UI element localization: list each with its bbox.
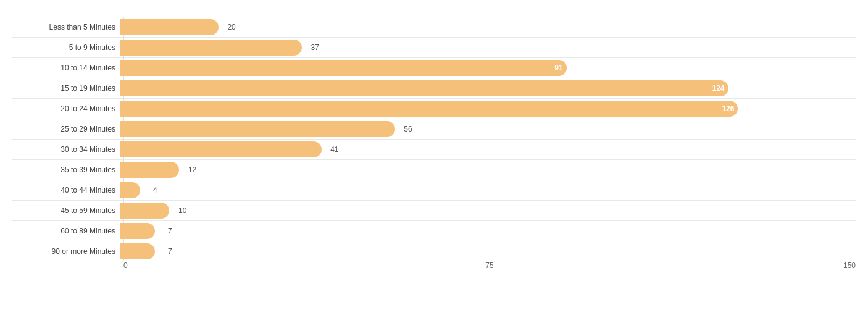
bar: 124 [120,80,728,96]
bar-value: 7 [168,247,172,256]
bar-row: 15 to 19 Minutes124 [12,78,856,99]
bar: 41 [120,141,322,157]
bar: 91 [120,60,567,76]
bar-track: 124 [120,78,856,98]
bar-label: 30 to 34 Minutes [12,145,120,154]
bar-label: 10 to 14 Minutes [12,64,120,72]
bar-value: 124 [712,84,725,93]
bar-value: 37 [311,43,319,52]
bar-label: 45 to 59 Minutes [12,206,120,215]
bar-row: 35 to 39 Minutes12 [12,160,856,180]
bar-track: 7 [120,221,856,241]
bar: 7 [120,223,155,239]
bar-track: 12 [120,160,856,180]
bar-row: 30 to 34 Minutes41 [12,140,856,160]
chart-container: Less than 5 Minutes205 to 9 Minutes3710 … [0,0,868,323]
x-tick: 0 [123,261,128,270]
chart-area: Less than 5 Minutes205 to 9 Minutes3710 … [12,17,856,274]
bar-row: 20 to 24 Minutes126 [12,99,856,119]
bar-row: 40 to 44 Minutes4 [12,180,856,201]
bar: 126 [120,101,738,117]
bar-track: 126 [120,99,856,119]
bar-label: 90 or more Minutes [12,247,120,256]
bar: 10 [120,203,169,219]
bars-section: Less than 5 Minutes205 to 9 Minutes3710 … [12,17,856,261]
bar-track: 4 [120,180,856,200]
bar-label: 15 to 19 Minutes [12,84,120,93]
bar-row: Less than 5 Minutes20 [12,17,856,38]
bar-label: 60 to 89 Minutes [12,227,120,235]
bar-track: 41 [120,140,856,159]
bar-label: 35 to 39 Minutes [12,166,120,174]
bar-row: 10 to 14 Minutes91 [12,58,856,78]
x-tick: 75 [485,261,493,270]
bar: 4 [120,182,140,198]
bar-value: 126 [722,104,734,113]
bar-label: 20 to 24 Minutes [12,104,120,113]
bar-label: Less than 5 Minutes [12,23,120,31]
bar-row: 90 or more Minutes7 [12,241,856,261]
bar-track: 91 [120,58,856,78]
bar-row: 5 to 9 Minutes37 [12,38,856,58]
bar-row: 25 to 29 Minutes56 [12,119,856,140]
bar: 12 [120,162,179,178]
bar-value: 91 [554,64,562,72]
bar-value: 56 [404,125,412,133]
bar: 37 [120,40,302,56]
bar-track: 10 [120,201,856,220]
bar-row: 60 to 89 Minutes7 [12,221,856,241]
bar-value: 10 [178,206,186,215]
bar-value: 12 [188,166,196,174]
bar-value: 20 [227,23,235,31]
bar-label: 25 to 29 Minutes [12,125,120,133]
bar-track: 37 [120,38,856,57]
bar: 56 [120,121,395,137]
bar-label: 40 to 44 Minutes [12,186,120,195]
bar-value: 4 [153,186,157,195]
bar-track: 20 [120,17,856,37]
x-axis: 075150 [123,261,856,274]
bar-value: 7 [168,227,172,235]
bar: 20 [120,19,219,35]
bar-track: 7 [120,241,856,261]
x-tick: 150 [843,261,856,270]
bar: 7 [120,243,155,259]
bar-label: 5 to 9 Minutes [12,43,120,52]
bar-value: 41 [330,145,338,154]
bar-row: 45 to 59 Minutes10 [12,201,856,221]
grid-line-150 [856,17,856,261]
bar-track: 56 [120,119,856,139]
